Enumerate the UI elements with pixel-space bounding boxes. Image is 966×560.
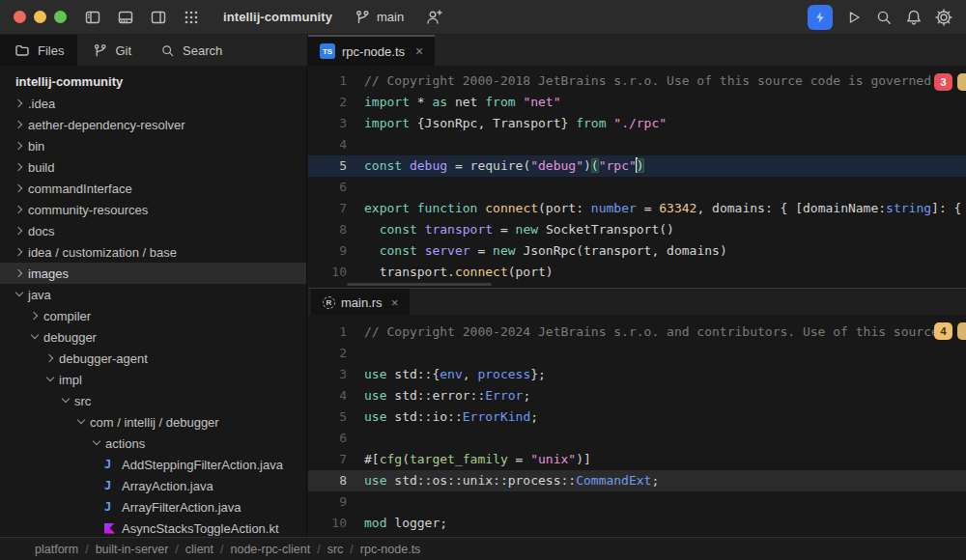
code-line[interactable]: 7#[cfg(target_family = "unix")] [308, 449, 966, 470]
bottom-panel-toggle-icon[interactable] [117, 9, 134, 26]
code-line[interactable]: 1// Copyright 2000-2018 JetBrains s.r.o.… [308, 70, 966, 92]
code-line[interactable]: 5const debug = require("debug")("rpc") [308, 155, 966, 177]
tree-row[interactable]: com / intellij / debugger [0, 411, 306, 433]
breadcrumb-segment[interactable]: platform [35, 543, 78, 556]
chevron-right-icon[interactable] [12, 156, 28, 178]
chevron-down-icon[interactable] [58, 390, 74, 411]
left-panel-toggle-icon[interactable] [84, 9, 101, 26]
breadcrumb-segment[interactable]: built-in-server [96, 543, 169, 556]
tab-files[interactable]: Files [0, 35, 77, 66]
chevron-right-icon[interactable] [12, 93, 28, 114]
breadcrumb-segment[interactable]: src [327, 543, 344, 556]
code-line[interactable]: 8 const transport = new SocketTransport(… [308, 219, 966, 240]
chevron-down-icon[interactable] [27, 326, 43, 348]
code-line[interactable]: 2import * as net from "net" [308, 92, 966, 113]
code-line[interactable]: 6 [308, 428, 966, 449]
tree-row[interactable]: AsyncStacksToggleAction.kt [0, 518, 306, 537]
tree-row[interactable]: idea / customization / base [0, 241, 306, 263]
code-line[interactable]: 5use std::io::ErrorKind; [308, 406, 966, 428]
code-line[interactable]: 9 [308, 491, 966, 513]
close-window-button[interactable] [14, 11, 26, 23]
code-line[interactable]: 4use std::error::Error; [308, 385, 966, 406]
chevron-right-icon[interactable] [12, 241, 28, 263]
error-count-badge[interactable]: 3 [934, 73, 952, 91]
close-tab-icon[interactable]: × [415, 43, 423, 59]
tree-row[interactable]: .idea [0, 93, 306, 114]
tree-row[interactable]: aether-dependency-resolver [0, 114, 306, 135]
code-line[interactable]: 10 transport.connect(port) [308, 262, 966, 283]
editor-tab-main-rs[interactable]: R main.rs × [311, 289, 410, 316]
project-root-label[interactable]: intellij-community [0, 71, 306, 93]
breadcrumb-segment[interactable]: rpc-node.ts [360, 543, 421, 556]
tree-row[interactable]: src [0, 390, 306, 411]
close-tab-icon[interactable]: × [391, 295, 399, 310]
line-number: 5 [308, 406, 347, 428]
settings-gear-icon[interactable] [935, 9, 952, 26]
tree-row[interactable]: debugger [0, 326, 306, 348]
chevron-down-icon[interactable] [89, 433, 105, 454]
minimize-window-button[interactable] [34, 11, 46, 23]
tree-row[interactable]: actions [0, 433, 306, 454]
chevron-down-icon[interactable] [73, 411, 90, 433]
search-icon[interactable] [875, 9, 893, 26]
chevron-right-icon[interactable] [12, 135, 28, 156]
line-number: 7 [308, 449, 347, 470]
chevron-right-icon[interactable] [12, 114, 28, 135]
code-text: use std::io::ErrorKind; [364, 406, 966, 428]
code-line[interactable]: 9 const server = new JsonRpc(transport, … [308, 240, 966, 262]
chevron-right-icon[interactable] [12, 220, 28, 241]
code-line[interactable]: 8use std::os::unix::process::CommandExt; [308, 470, 966, 491]
tab-row: Files Git Search TS rpc-node.ts × [0, 35, 966, 66]
tree-row[interactable]: JArrayAction.java [0, 475, 306, 496]
horizontal-scrollbar[interactable] [347, 283, 492, 286]
chevron-right-icon[interactable] [27, 305, 43, 326]
breadcrumb-segment[interactable]: node-rpc-client [231, 543, 311, 556]
tree-row[interactable]: impl [0, 369, 306, 390]
tab-git[interactable]: Git [77, 35, 145, 66]
chevron-right-icon[interactable] [12, 199, 28, 220]
tree-row[interactable]: docs [0, 220, 306, 241]
tree-row[interactable]: JAddSteppingFilterAction.java [0, 454, 306, 475]
editor-rpc-node-ts[interactable]: 3 1// Copyright 2000-2018 JetBrains s.r.… [308, 66, 966, 288]
tab-files-label: Files [38, 43, 64, 58]
collaborate-add-person-icon[interactable] [425, 9, 442, 26]
tree-row[interactable]: java [0, 284, 306, 305]
tree-row[interactable]: commandInterface [0, 178, 306, 199]
line-number: 4 [308, 385, 347, 406]
code-line[interactable]: 4 [308, 134, 966, 155]
chevron-down-icon[interactable] [43, 369, 59, 390]
editor-main-rs[interactable]: 4 1// Copyright 2000-2024 JetBrains s.r.… [308, 315, 966, 537]
code-text: // Copyright 2000-2024 JetBrains s.r.o. … [364, 322, 966, 343]
tree-row[interactable]: images [0, 263, 306, 284]
tree-row[interactable]: bin [0, 135, 306, 156]
chevron-down-icon[interactable] [12, 284, 28, 305]
run-icon[interactable] [845, 9, 863, 26]
smart-mode-button[interactable] [808, 5, 833, 30]
editor-tab-rpc-node-ts[interactable]: TS rpc-node.ts × [308, 35, 435, 66]
code-line[interactable]: 1// Copyright 2000-2024 JetBrains s.r.o.… [308, 322, 966, 343]
tab-search[interactable]: Search [145, 35, 236, 66]
code-text [364, 428, 966, 449]
tree-row[interactable]: community-resources [0, 199, 306, 220]
chevron-right-icon[interactable] [43, 348, 59, 369]
branch-widget[interactable]: main [354, 9, 404, 26]
notifications-bell-icon[interactable] [905, 9, 923, 26]
chevron-right-icon[interactable] [12, 263, 28, 284]
tree-row[interactable]: JArrayFilterAction.java [0, 496, 306, 518]
chevron-right-icon[interactable] [12, 178, 28, 199]
code-line[interactable]: 7export function connect(port: number = … [308, 198, 966, 219]
tree-row[interactable]: compiler [0, 305, 306, 326]
code-line[interactable]: 6 [308, 177, 966, 198]
code-line[interactable]: 3use std::{env, process}; [308, 364, 966, 385]
code-line[interactable]: 2 [308, 343, 966, 364]
zoom-window-button[interactable] [54, 11, 67, 23]
tree-row[interactable]: build [0, 156, 306, 178]
right-panel-toggle-icon[interactable] [150, 9, 167, 26]
workspaces-grid-icon[interactable] [183, 9, 200, 26]
tree-row[interactable]: debugger-agent [0, 348, 306, 369]
code-line[interactable]: 3import {JsonRpc, Transport} from "./rpc… [308, 113, 966, 134]
breadcrumb-segment[interactable]: client [185, 543, 213, 556]
warning-count-badge[interactable]: 4 [934, 322, 952, 340]
code-text [364, 491, 966, 513]
code-line[interactable]: 10mod logger; [308, 513, 966, 534]
